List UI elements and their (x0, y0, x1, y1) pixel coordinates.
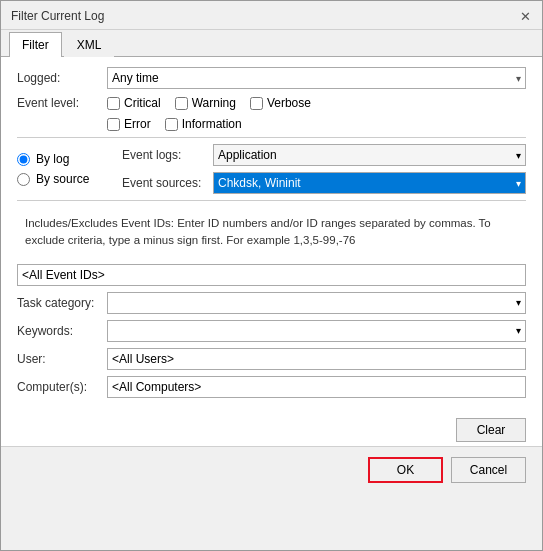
by-log-label: By log (36, 152, 69, 166)
dialog: Filter Current Log ✕ Filter XML Logged: … (0, 0, 543, 551)
by-source-label: By source (36, 172, 89, 186)
ok-button[interactable]: OK (368, 457, 443, 483)
close-button[interactable]: ✕ (516, 7, 534, 25)
tab-xml[interactable]: XML (64, 32, 115, 57)
clear-row: Clear (1, 414, 542, 446)
logged-dropdown[interactable]: Any time ▾ (107, 67, 526, 89)
keywords-arrow: ▾ (516, 325, 521, 336)
event-level-label: Event level: (17, 96, 107, 110)
tab-filter[interactable]: Filter (9, 32, 62, 57)
divider-2 (17, 200, 526, 201)
event-logs-dropdown[interactable]: Application ▾ (213, 144, 526, 166)
dialog-title: Filter Current Log (11, 9, 104, 23)
logged-row: Logged: Any time ▾ (17, 67, 526, 89)
checkbox-critical[interactable]: Critical (107, 96, 161, 110)
radio-group: By log By source (17, 144, 102, 194)
event-logs-row: Event logs: Application ▾ (122, 144, 526, 166)
event-logs-arrow: ▾ (516, 150, 521, 161)
checkboxes-row1: Critical Warning Verbose (107, 96, 311, 110)
checkbox-error[interactable]: Error (107, 117, 151, 131)
critical-checkbox[interactable] (107, 97, 120, 110)
event-sources-row: Event sources: Chkdsk, Wininit ▾ (122, 172, 526, 194)
event-sources-value: Chkdsk, Wininit (218, 176, 301, 190)
logged-value: Any time (112, 71, 159, 85)
event-sources-label: Event sources: (122, 176, 207, 190)
event-logs-label: Event logs: (122, 148, 207, 162)
user-label: User: (17, 352, 107, 366)
checkbox-verbose[interactable]: Verbose (250, 96, 311, 110)
user-row: User: (17, 348, 526, 370)
information-label: Information (182, 117, 242, 131)
verbose-label: Verbose (267, 96, 311, 110)
task-category-arrow: ▾ (516, 297, 521, 308)
task-category-label: Task category: (17, 296, 107, 310)
event-level-row: Event level: Critical Warning Verbose (17, 96, 526, 110)
critical-label: Critical (124, 96, 161, 110)
event-fields: Event logs: Application ▾ Event sources:… (122, 144, 526, 194)
radio-by-log[interactable]: By log (17, 152, 102, 166)
error-checkbox[interactable] (107, 118, 120, 131)
filter-content: Logged: Any time ▾ Event level: Critical… (1, 57, 542, 414)
computer-input[interactable] (107, 376, 526, 398)
error-label: Error (124, 117, 151, 131)
info-text: Includes/Excludes Event IDs: Enter ID nu… (17, 209, 526, 256)
event-sources-arrow: ▾ (516, 178, 521, 189)
event-sources-dropdown[interactable]: Chkdsk, Wininit ▾ (213, 172, 526, 194)
tab-bar: Filter XML (1, 32, 542, 57)
task-category-dropdown[interactable]: ▾ (107, 292, 526, 314)
checkbox-information[interactable]: Information (165, 117, 242, 131)
cancel-button[interactable]: Cancel (451, 457, 526, 483)
event-id-input[interactable] (17, 264, 526, 286)
warning-checkbox[interactable] (175, 97, 188, 110)
task-category-row: Task category: ▾ (17, 292, 526, 314)
computer-row: Computer(s): (17, 376, 526, 398)
checkboxes-row2: Error Information (107, 117, 526, 131)
divider-1 (17, 137, 526, 138)
event-logs-value: Application (218, 148, 277, 162)
titlebar: Filter Current Log ✕ (1, 1, 542, 30)
by-log-radio[interactable] (17, 153, 30, 166)
verbose-checkbox[interactable] (250, 97, 263, 110)
button-row: OK Cancel (1, 446, 542, 495)
keywords-label: Keywords: (17, 324, 107, 338)
checkbox-warning[interactable]: Warning (175, 96, 236, 110)
radio-source-section: By log By source Event logs: Application… (17, 144, 526, 194)
information-checkbox[interactable] (165, 118, 178, 131)
keywords-dropdown[interactable]: ▾ (107, 320, 526, 342)
logged-label: Logged: (17, 71, 107, 85)
user-input[interactable] (107, 348, 526, 370)
logged-dropdown-arrow: ▾ (516, 73, 521, 84)
by-source-radio[interactable] (17, 173, 30, 186)
computer-label: Computer(s): (17, 380, 107, 394)
keywords-row: Keywords: ▾ (17, 320, 526, 342)
radio-by-source[interactable]: By source (17, 172, 102, 186)
warning-label: Warning (192, 96, 236, 110)
clear-button[interactable]: Clear (456, 418, 526, 442)
